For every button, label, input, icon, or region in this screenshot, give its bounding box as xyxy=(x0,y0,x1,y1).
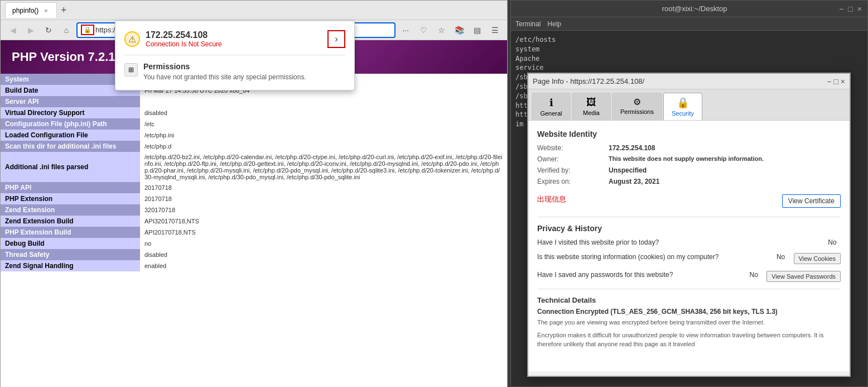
section-divider-2 xyxy=(537,289,841,289)
table-row: Zend Extension BuildAPI320170718,NTS xyxy=(1,216,507,227)
phpinfo-page: PHP Version 7.2.1 php 点击more和小ホ进展 System… xyxy=(1,40,507,387)
red-info-text: 出现信息 xyxy=(537,194,566,204)
permissions-title: Permissions xyxy=(143,62,306,71)
dialog-maximize-button[interactable]: □ xyxy=(833,77,838,86)
phpinfo-label: Debug Build xyxy=(1,238,140,249)
dialog-minimize-button[interactable]: − xyxy=(827,77,831,86)
privacy-a1: No xyxy=(824,238,841,246)
terminal-titlebar: root@xixi:~/Desktop − □ × xyxy=(511,1,867,17)
php-version-title: PHP Version 7.2.1 xyxy=(12,50,115,64)
back-icon: ◀ xyxy=(10,26,16,35)
privacy-history-title: Privacy & History xyxy=(537,224,841,233)
owner-value: This website does not supply ownership i… xyxy=(609,155,841,163)
chinese-tagline: 点击more和小ホ进展 xyxy=(423,93,496,102)
phpinfo-label: Zend Extension Build xyxy=(1,216,140,227)
warning-icon: ⚠ xyxy=(124,31,140,47)
tab-permissions[interactable]: ⚙ Permissions xyxy=(612,93,662,120)
dialog-content: Website Identity Website: 172.25.254.108… xyxy=(528,121,850,371)
forward-button[interactable]: ▶ xyxy=(23,22,38,38)
phpinfo-label: Zend Extension xyxy=(1,204,140,216)
encryption-desc-1: The page you are viewing was encrypted b… xyxy=(537,318,841,327)
permissions-content: Permissions You have not granted this si… xyxy=(143,62,306,81)
privacy-row-1: Have I visited this website prior to tod… xyxy=(537,238,841,246)
media-tab-label: Media xyxy=(583,109,600,116)
popup-arrow-button[interactable]: › xyxy=(327,30,345,48)
terminal-help-menu[interactable]: Help xyxy=(547,20,561,28)
tab-general[interactable]: ℹ General xyxy=(532,93,571,120)
forward-icon: ▶ xyxy=(28,26,34,35)
view-certificate-button[interactable]: View Certificate xyxy=(782,194,841,208)
dialog-window-controls: − □ × xyxy=(827,77,845,86)
new-tab-button[interactable]: + xyxy=(57,3,70,17)
browser-content: PHP Version 7.2.1 php 点击more和小ホ进展 System… xyxy=(1,40,507,387)
terminal-menu-item[interactable]: Terminal xyxy=(515,20,541,28)
dialog-close-button[interactable]: × xyxy=(841,77,845,86)
menu-button[interactable]: ☰ xyxy=(487,22,503,38)
popup-ip: 172.25.254.108 xyxy=(146,30,222,40)
table-row: Loaded Configuration File/etc/php.ini xyxy=(1,130,507,141)
popup-divider xyxy=(124,55,345,55)
technical-title: Technical Details xyxy=(537,296,841,304)
terminal-maximize-button[interactable]: □ xyxy=(848,4,852,13)
privacy-a2: No xyxy=(773,253,789,261)
verified-label: Verified by: xyxy=(537,166,604,174)
view-cookies-button[interactable]: View Cookies xyxy=(794,253,841,264)
bookmark-button[interactable]: ♡ xyxy=(416,22,431,38)
tab-close-button[interactable]: × xyxy=(42,7,50,15)
table-row: PHP Extension20170718 xyxy=(1,193,507,204)
popup-header: ⚠ 172.25.254.108 Connection Is Not Secur… xyxy=(124,30,345,48)
security-tab-label: Security xyxy=(672,110,694,117)
terminal-line: service xyxy=(515,63,863,73)
general-tab-label: General xyxy=(540,110,562,117)
reader-button[interactable]: ▤ xyxy=(469,22,485,38)
terminal-menubar: Terminal Help xyxy=(511,17,867,31)
view-saved-passwords-button[interactable]: View Saved Passwords xyxy=(766,271,841,282)
table-row: Thread Safetydisabled xyxy=(1,249,507,260)
back-button[interactable]: ◀ xyxy=(5,22,21,38)
terminal-line: system xyxy=(515,45,863,54)
page-info-dialog: Page Info - https://172.25.254.108/ − □ … xyxy=(527,73,851,377)
section-divider xyxy=(537,217,841,217)
library-button[interactable]: 📚 xyxy=(451,22,467,38)
owner-label: Owner: xyxy=(537,155,604,163)
popup-connection-status: Connection Is Not Secure xyxy=(146,40,222,48)
cert-section: 出现信息 View Certificate xyxy=(537,194,841,208)
phpinfo-value: /etc/php.d xyxy=(140,141,507,152)
phpinfo-value: API320170718,NTS xyxy=(140,216,507,227)
php-logo-text: php xyxy=(380,80,421,104)
terminal-minimize-button[interactable]: − xyxy=(839,4,843,13)
tab-media[interactable]: 🖼 Media xyxy=(572,93,611,120)
dialog-titlebar: Page Info - https://172.25.254.108/ − □ … xyxy=(528,74,850,89)
phpinfo-label: Thread Safety xyxy=(1,249,140,260)
library-icon: 📚 xyxy=(455,26,464,35)
phpinfo-label: Virtual Directory Support xyxy=(1,107,140,118)
menu-icon: ☰ xyxy=(491,26,499,35)
table-row: Zend Extension320170718 xyxy=(1,204,507,216)
phpinfo-label: Configuration File (php.ini) Path xyxy=(1,118,140,130)
general-tab-icon: ℹ xyxy=(549,97,553,109)
permissions-icon: ⊞ xyxy=(124,63,138,77)
tab-title: phpinfo() xyxy=(12,7,38,15)
table-row: Virtual Directory Supportdisabled xyxy=(1,107,507,118)
phpinfo-value: enabled xyxy=(140,260,507,271)
phpinfo-value: 320170718 xyxy=(140,204,507,216)
more-button[interactable]: ··· xyxy=(398,22,413,38)
website-value: 172.25.254.108 xyxy=(609,144,841,152)
privacy-a3: No xyxy=(745,271,762,279)
refresh-button[interactable]: ↻ xyxy=(41,22,56,38)
star-button[interactable]: ☆ xyxy=(433,22,449,38)
terminal-close-button[interactable]: × xyxy=(857,4,862,13)
table-row: PHP API20170718 xyxy=(1,182,507,193)
tab-security[interactable]: 🔒 Security xyxy=(663,93,702,120)
phpinfo-value: /etc/php.ini xyxy=(140,130,507,141)
website-identity-title: Website Identity xyxy=(537,130,841,138)
table-row: Zend Signal Handlingenabled xyxy=(1,260,507,271)
terminal-line: /etc/hosts xyxy=(515,35,863,45)
browser-tab[interactable]: phpinfo() × xyxy=(5,2,57,18)
tab-bar: phpinfo() × + xyxy=(5,1,503,20)
php-logo-area: php 点击more和小ホ进展 xyxy=(380,80,496,105)
home-icon: ⌂ xyxy=(64,26,69,35)
phpinfo-label: Loaded Configuration File xyxy=(1,130,140,141)
home-button[interactable]: ⌂ xyxy=(59,22,74,38)
reader-icon: ▤ xyxy=(474,26,481,35)
